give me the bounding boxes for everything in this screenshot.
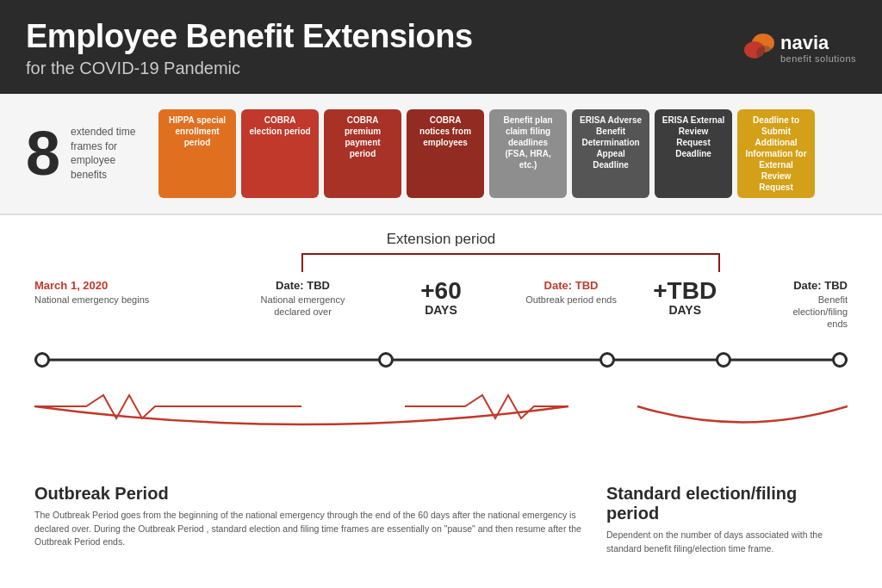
- header-titles: Employee Benefit Extensions for the COVI…: [26, 19, 473, 78]
- timeline-row: [34, 334, 848, 386]
- outbreak-title: Outbreak Period: [34, 484, 589, 504]
- tl-big-2: +TBD: [653, 279, 717, 303]
- benefits-bar: 8 extended time frames for employee bene…: [0, 94, 882, 215]
- extension-area: Extension period: [34, 231, 848, 279]
- extension-bracket: [301, 253, 720, 272]
- tag-erisa-adverse: ERISA Adverse Benefit Determination Appe…: [572, 109, 649, 198]
- page-subtitle: for the COVID-19 Pandemic: [26, 59, 473, 78]
- tl-point-3-label: +60 DAYS: [420, 279, 462, 317]
- tl-date-3: Date: TBD: [525, 279, 617, 292]
- timeline-point-2: [378, 352, 394, 368]
- logo-subtitle: benefit solutions: [780, 53, 856, 64]
- logo-bird-icon: [739, 33, 775, 64]
- timeline-points: [34, 352, 848, 368]
- tl-labels-above: March 1, 2020 National emergency begins …: [34, 279, 848, 331]
- tag-cobra-election: COBRA election period: [241, 109, 319, 198]
- number-badge: 8: [26, 122, 60, 184]
- timeline-point-5: [832, 352, 848, 368]
- benefit-tags: HIPPA special enrollment period COBRA el…: [158, 109, 815, 198]
- tag-erisa-external: ERISA External Review Request Deadline: [655, 109, 732, 198]
- logo: navia benefit solutions: [739, 33, 856, 64]
- svg-point-2: [756, 46, 773, 61]
- timeline-point-3: [599, 352, 615, 368]
- tl-point-6-label: Date: TBD Benefitelection/filing ends: [792, 279, 848, 331]
- header: Employee Benefit Extensions for the COVI…: [0, 0, 882, 94]
- page-title: Employee Benefit Extensions: [26, 19, 473, 55]
- tag-cobra-notices: COBRA notices from employees: [407, 109, 484, 198]
- tl-point-1-label: March 1, 2020 National emergency begins: [34, 279, 149, 306]
- timeline-point-1: [34, 352, 50, 368]
- tl-sublabel-4: Benefitelection/filing ends: [792, 294, 848, 331]
- extended-text: extended time frames for employee benefi…: [71, 125, 140, 183]
- extension-label: Extension period: [387, 231, 496, 248]
- tl-sublabel-2: National emergencydeclared over: [261, 294, 345, 319]
- election-desc: Dependent on the number of days associat…: [606, 529, 848, 556]
- tl-date-4: Date: TBD: [792, 279, 848, 292]
- tl-sublabel-3: Outbreak period ends: [525, 294, 617, 306]
- tag-benefit-plan: Benefit plan claim filing deadlines (FSA…: [489, 109, 567, 198]
- tag-deadline-submit: Deadline to Submit Additional Informatio…: [737, 109, 815, 198]
- tl-date-1: March 1, 2020: [34, 279, 149, 292]
- tag-hippa: HIPPA special enrollment period: [158, 109, 236, 198]
- bottom-areas: Outbreak Period The Outbreak Period goes…: [34, 484, 848, 556]
- election-period-section: Standard election/filing period Dependen…: [606, 484, 848, 556]
- logo-text: navia benefit solutions: [780, 33, 856, 64]
- timeline-point-4: [716, 352, 731, 368]
- timeline-section: Extension period March 1, 2020 National …: [0, 215, 882, 556]
- tl-big-sub-2: DAYS: [653, 303, 717, 317]
- logo-name: navia: [780, 33, 856, 53]
- tl-point-2-label: Date: TBD National emergencydeclared ove…: [261, 279, 345, 319]
- outbreak-desc: The Outbreak Period goes from the beginn…: [34, 509, 589, 549]
- tl-sublabel-1: National emergency begins: [34, 294, 149, 306]
- tl-date-2: Date: TBD: [261, 279, 345, 292]
- outbreak-period-section: Outbreak Period The Outbreak Period goes…: [34, 484, 606, 556]
- tag-cobra-premium: COBRA premium payment period: [324, 109, 401, 198]
- tl-point-5-label: +TBD DAYS: [653, 279, 717, 317]
- election-title: Standard election/filing period: [606, 484, 848, 523]
- timeline-svg: [34, 391, 848, 477]
- tl-big-1: +60: [420, 279, 462, 303]
- tl-point-4-label: Date: TBD Outbreak period ends: [525, 279, 617, 306]
- tl-big-sub-1: DAYS: [420, 303, 462, 317]
- below-timeline: Outbreak Period The Outbreak Period goes…: [34, 391, 848, 556]
